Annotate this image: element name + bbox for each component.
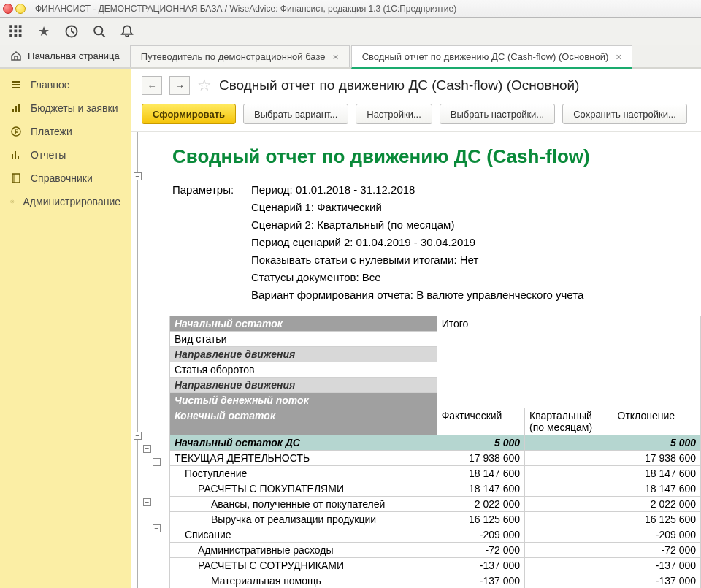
svg-line-32 bbox=[13, 200, 14, 201]
tab-report-label: Сводный отчет по движению ДС (Cash-flow)… bbox=[362, 51, 609, 62]
row-value bbox=[525, 543, 613, 558]
row-value bbox=[525, 512, 613, 527]
row-value: -72 000 bbox=[437, 543, 524, 558]
tab-guide[interactable]: Путеводитель по демонстрационной базе × bbox=[130, 45, 350, 67]
row-value: -137 000 bbox=[437, 573, 524, 589]
row-value bbox=[525, 497, 613, 512]
collapse-toggle[interactable]: − bbox=[134, 432, 142, 440]
param-line: Показывать статьи с нулевыми итогами: Не… bbox=[251, 251, 583, 269]
choose-variant-button[interactable]: Выбрать вариант... bbox=[243, 104, 348, 124]
page-title: Сводный отчет по движению ДС (Cash-flow)… bbox=[219, 77, 579, 93]
header-cell: Направление движения bbox=[170, 378, 437, 393]
row-value bbox=[525, 527, 613, 543]
svg-rect-0 bbox=[9, 25, 12, 28]
close-icon[interactable]: × bbox=[616, 51, 621, 63]
table-row: Административные расходы-72 000-72 000 bbox=[170, 543, 701, 558]
tab-home[interactable]: Начальная страница bbox=[0, 44, 130, 67]
svg-rect-14 bbox=[12, 109, 14, 112]
sidebar-item-label: Администрирование bbox=[23, 196, 121, 207]
window-title-bar: ФИНАНСИСТ - ДЕМОНСТРАЦИОННАЯ БАЗА / Wise… bbox=[0, 0, 701, 18]
table-row: РАСЧЕТЫ С СОТРУДНИКАМИ-137 000-137 000 bbox=[170, 558, 701, 573]
header-cell: Конечный остаток bbox=[170, 408, 437, 435]
row-label: Административные расходы bbox=[170, 543, 437, 558]
sidebar-item-main[interactable]: Главное bbox=[0, 73, 131, 96]
page-header: ← → ☆ Сводный отчет по движению ДС (Cash… bbox=[131, 69, 701, 99]
report-title: Сводный отчет по движению ДС (Cash-flow) bbox=[169, 132, 701, 181]
collapse-toggle[interactable]: − bbox=[153, 458, 161, 466]
svg-line-30 bbox=[13, 202, 14, 203]
row-value: 18 147 600 bbox=[613, 481, 700, 497]
param-line: Сценарий 1: Фактический bbox=[251, 199, 583, 216]
svg-rect-16 bbox=[18, 104, 20, 112]
sidebar-item-references[interactable]: Справочники bbox=[0, 167, 131, 190]
nav-forward-button[interactable]: → bbox=[169, 76, 190, 95]
row-label: Выручка от реализации продукции bbox=[170, 512, 437, 527]
col-header: Фактический bbox=[437, 408, 524, 435]
row-value: 5 000 bbox=[437, 435, 524, 451]
tab-report[interactable]: Сводный отчет по движению ДС (Cash-flow)… bbox=[351, 45, 633, 69]
favorite-star-icon[interactable]: ☆ bbox=[197, 76, 212, 95]
apps-icon[interactable] bbox=[9, 24, 23, 39]
sidebar: Главное Бюджеты и заявки ₽ Платежи Отчет… bbox=[0, 69, 131, 588]
form-button[interactable]: Сформировать bbox=[142, 104, 236, 124]
menu-icon bbox=[10, 79, 22, 91]
settings-button[interactable]: Настройки... bbox=[356, 104, 432, 124]
row-value: -137 000 bbox=[613, 573, 700, 589]
svg-line-29 bbox=[11, 200, 12, 201]
outline-gutter: − − − − − − bbox=[131, 132, 169, 588]
header-cell: Чистый денежный поток bbox=[170, 393, 437, 408]
sidebar-item-reports[interactable]: Отчеты bbox=[0, 143, 131, 167]
home-icon bbox=[10, 50, 22, 61]
choose-settings-button[interactable]: Выбрать настройки... bbox=[440, 104, 555, 124]
svg-rect-3 bbox=[9, 29, 12, 32]
col-header: Квартальный (по месяцам) bbox=[525, 408, 613, 435]
report-area[interactable]: − − − − − − Сводный отчет по движению ДС… bbox=[131, 132, 701, 588]
sidebar-item-label: Платежи bbox=[31, 126, 72, 137]
star-icon[interactable]: ★ bbox=[37, 24, 51, 39]
table-row: Поступление18 147 60018 147 600 bbox=[170, 466, 701, 481]
param-line: Вариант формирования отчета: В валюте уп… bbox=[251, 286, 583, 304]
svg-rect-7 bbox=[15, 34, 18, 37]
sidebar-item-payments[interactable]: ₽ Платежи bbox=[0, 120, 131, 143]
row-value: -137 000 bbox=[437, 558, 524, 573]
svg-rect-19 bbox=[12, 154, 13, 159]
row-value: 16 125 600 bbox=[437, 512, 524, 527]
ruble-icon: ₽ bbox=[10, 126, 22, 137]
collapse-toggle[interactable]: − bbox=[153, 524, 161, 532]
row-value: 16 125 600 bbox=[613, 512, 700, 527]
row-value: 5 000 bbox=[613, 435, 700, 451]
svg-text:₽: ₽ bbox=[15, 129, 18, 135]
col-header: Отклонение bbox=[613, 408, 700, 435]
tab-home-label: Начальная страница bbox=[28, 50, 120, 61]
row-label: Материальная помощь bbox=[170, 573, 437, 589]
nav-back-button[interactable]: ← bbox=[142, 76, 162, 95]
save-settings-button[interactable]: Сохранить настройки... bbox=[562, 104, 687, 124]
table-row: Начальный остаток ДС5 0005 000 bbox=[170, 435, 701, 451]
row-value bbox=[525, 466, 613, 481]
sidebar-item-budgets[interactable]: Бюджеты и заявки bbox=[0, 96, 131, 120]
sidebar-item-admin[interactable]: Администрирование bbox=[0, 190, 131, 213]
svg-rect-8 bbox=[19, 34, 22, 37]
window-minimize-icon[interactable] bbox=[15, 4, 26, 14]
history-icon[interactable] bbox=[64, 24, 79, 39]
collapse-toggle[interactable]: − bbox=[143, 445, 151, 453]
param-line: Сценарий 2: Квартальный (по месяцам) bbox=[251, 216, 583, 234]
param-line: Статусы документов: Все bbox=[251, 269, 583, 286]
row-label: Авансы, полученные от покупателей bbox=[170, 497, 437, 512]
header-cell: Статья оборотов bbox=[170, 362, 437, 378]
close-icon[interactable]: × bbox=[332, 51, 338, 63]
row-value bbox=[525, 451, 613, 466]
main-toolbar: ★ bbox=[0, 18, 701, 45]
table-row: Списание-209 000-209 000 bbox=[170, 527, 701, 543]
search-icon[interactable] bbox=[92, 24, 107, 39]
window-close-icon[interactable] bbox=[3, 4, 13, 14]
header-cell: Направление движения bbox=[170, 347, 437, 362]
table-row: РАСЧЕТЫ С ПОКУПАТЕЛЯМИ18 147 60018 147 6… bbox=[170, 481, 701, 497]
collapse-toggle[interactable]: − bbox=[143, 498, 151, 506]
bell-icon[interactable] bbox=[120, 24, 134, 39]
header-cell: Начальный остаток bbox=[170, 316, 437, 332]
collapse-toggle[interactable]: − bbox=[134, 172, 142, 180]
sidebar-item-label: Главное bbox=[31, 79, 70, 91]
row-value: 18 147 600 bbox=[437, 481, 524, 497]
svg-rect-15 bbox=[15, 106, 17, 112]
